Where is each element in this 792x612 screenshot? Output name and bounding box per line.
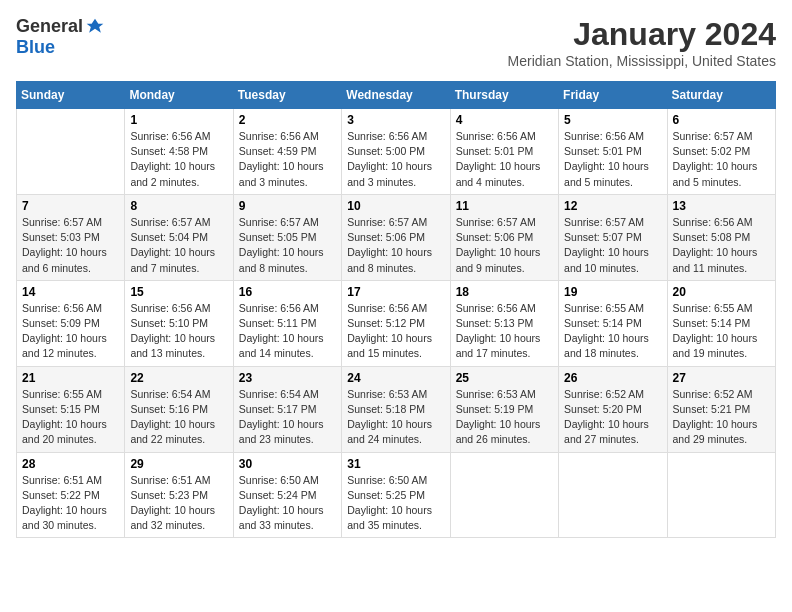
logo: General Blue <box>16 16 105 58</box>
calendar-cell: 21Sunrise: 6:55 AM Sunset: 5:15 PM Dayli… <box>17 366 125 452</box>
day-info: Sunrise: 6:56 AM Sunset: 5:00 PM Dayligh… <box>347 129 444 190</box>
day-number: 6 <box>673 113 770 127</box>
day-number: 21 <box>22 371 119 385</box>
day-info: Sunrise: 6:51 AM Sunset: 5:23 PM Dayligh… <box>130 473 227 534</box>
calendar-cell: 19Sunrise: 6:55 AM Sunset: 5:14 PM Dayli… <box>559 280 667 366</box>
calendar-cell <box>559 452 667 538</box>
day-info: Sunrise: 6:57 AM Sunset: 5:04 PM Dayligh… <box>130 215 227 276</box>
calendar-cell: 7Sunrise: 6:57 AM Sunset: 5:03 PM Daylig… <box>17 194 125 280</box>
header: General Blue January 2024 Meridian Stati… <box>16 16 776 69</box>
day-info: Sunrise: 6:51 AM Sunset: 5:22 PM Dayligh… <box>22 473 119 534</box>
calendar-cell: 23Sunrise: 6:54 AM Sunset: 5:17 PM Dayli… <box>233 366 341 452</box>
day-info: Sunrise: 6:57 AM Sunset: 5:06 PM Dayligh… <box>347 215 444 276</box>
calendar-header-row: SundayMondayTuesdayWednesdayThursdayFrid… <box>17 82 776 109</box>
calendar-cell: 17Sunrise: 6:56 AM Sunset: 5:12 PM Dayli… <box>342 280 450 366</box>
day-number: 16 <box>239 285 336 299</box>
calendar-header-friday: Friday <box>559 82 667 109</box>
day-info: Sunrise: 6:52 AM Sunset: 5:21 PM Dayligh… <box>673 387 770 448</box>
day-info: Sunrise: 6:55 AM Sunset: 5:15 PM Dayligh… <box>22 387 119 448</box>
day-info: Sunrise: 6:57 AM Sunset: 5:02 PM Dayligh… <box>673 129 770 190</box>
day-number: 18 <box>456 285 553 299</box>
day-number: 8 <box>130 199 227 213</box>
day-number: 9 <box>239 199 336 213</box>
calendar-cell: 11Sunrise: 6:57 AM Sunset: 5:06 PM Dayli… <box>450 194 558 280</box>
calendar-week-1: 1Sunrise: 6:56 AM Sunset: 4:58 PM Daylig… <box>17 109 776 195</box>
calendar-header-thursday: Thursday <box>450 82 558 109</box>
calendar-week-5: 28Sunrise: 6:51 AM Sunset: 5:22 PM Dayli… <box>17 452 776 538</box>
day-number: 19 <box>564 285 661 299</box>
calendar-cell: 28Sunrise: 6:51 AM Sunset: 5:22 PM Dayli… <box>17 452 125 538</box>
logo-general-text: General <box>16 16 83 37</box>
calendar-cell: 6Sunrise: 6:57 AM Sunset: 5:02 PM Daylig… <box>667 109 775 195</box>
calendar-cell: 1Sunrise: 6:56 AM Sunset: 4:58 PM Daylig… <box>125 109 233 195</box>
day-number: 17 <box>347 285 444 299</box>
calendar-week-3: 14Sunrise: 6:56 AM Sunset: 5:09 PM Dayli… <box>17 280 776 366</box>
day-number: 31 <box>347 457 444 471</box>
day-number: 10 <box>347 199 444 213</box>
day-info: Sunrise: 6:56 AM Sunset: 4:58 PM Dayligh… <box>130 129 227 190</box>
day-number: 24 <box>347 371 444 385</box>
calendar-cell: 9Sunrise: 6:57 AM Sunset: 5:05 PM Daylig… <box>233 194 341 280</box>
day-info: Sunrise: 6:56 AM Sunset: 4:59 PM Dayligh… <box>239 129 336 190</box>
calendar-cell: 15Sunrise: 6:56 AM Sunset: 5:10 PM Dayli… <box>125 280 233 366</box>
day-info: Sunrise: 6:50 AM Sunset: 5:25 PM Dayligh… <box>347 473 444 534</box>
day-info: Sunrise: 6:57 AM Sunset: 5:05 PM Dayligh… <box>239 215 336 276</box>
day-info: Sunrise: 6:56 AM Sunset: 5:01 PM Dayligh… <box>456 129 553 190</box>
calendar-week-2: 7Sunrise: 6:57 AM Sunset: 5:03 PM Daylig… <box>17 194 776 280</box>
calendar-cell: 22Sunrise: 6:54 AM Sunset: 5:16 PM Dayli… <box>125 366 233 452</box>
title-area: January 2024 Meridian Station, Mississip… <box>508 16 776 69</box>
day-info: Sunrise: 6:50 AM Sunset: 5:24 PM Dayligh… <box>239 473 336 534</box>
calendar-cell: 10Sunrise: 6:57 AM Sunset: 5:06 PM Dayli… <box>342 194 450 280</box>
subtitle: Meridian Station, Mississippi, United St… <box>508 53 776 69</box>
day-info: Sunrise: 6:56 AM Sunset: 5:12 PM Dayligh… <box>347 301 444 362</box>
day-info: Sunrise: 6:55 AM Sunset: 5:14 PM Dayligh… <box>564 301 661 362</box>
calendar-cell: 20Sunrise: 6:55 AM Sunset: 5:14 PM Dayli… <box>667 280 775 366</box>
day-info: Sunrise: 6:56 AM Sunset: 5:11 PM Dayligh… <box>239 301 336 362</box>
calendar-cell: 16Sunrise: 6:56 AM Sunset: 5:11 PM Dayli… <box>233 280 341 366</box>
day-info: Sunrise: 6:54 AM Sunset: 5:16 PM Dayligh… <box>130 387 227 448</box>
calendar-cell: 13Sunrise: 6:56 AM Sunset: 5:08 PM Dayli… <box>667 194 775 280</box>
calendar-cell: 12Sunrise: 6:57 AM Sunset: 5:07 PM Dayli… <box>559 194 667 280</box>
day-info: Sunrise: 6:56 AM Sunset: 5:10 PM Dayligh… <box>130 301 227 362</box>
calendar-cell: 29Sunrise: 6:51 AM Sunset: 5:23 PM Dayli… <box>125 452 233 538</box>
logo-blue-text: Blue <box>16 37 55 57</box>
calendar-cell: 2Sunrise: 6:56 AM Sunset: 4:59 PM Daylig… <box>233 109 341 195</box>
logo-icon <box>85 17 105 37</box>
day-number: 11 <box>456 199 553 213</box>
day-info: Sunrise: 6:56 AM Sunset: 5:08 PM Dayligh… <box>673 215 770 276</box>
day-number: 15 <box>130 285 227 299</box>
day-info: Sunrise: 6:53 AM Sunset: 5:18 PM Dayligh… <box>347 387 444 448</box>
day-number: 3 <box>347 113 444 127</box>
calendar-cell <box>667 452 775 538</box>
day-info: Sunrise: 6:54 AM Sunset: 5:17 PM Dayligh… <box>239 387 336 448</box>
calendar-cell: 3Sunrise: 6:56 AM Sunset: 5:00 PM Daylig… <box>342 109 450 195</box>
calendar-header-wednesday: Wednesday <box>342 82 450 109</box>
day-number: 2 <box>239 113 336 127</box>
day-number: 4 <box>456 113 553 127</box>
calendar-header-monday: Monday <box>125 82 233 109</box>
day-number: 20 <box>673 285 770 299</box>
calendar-cell <box>17 109 125 195</box>
day-number: 7 <box>22 199 119 213</box>
day-info: Sunrise: 6:57 AM Sunset: 5:06 PM Dayligh… <box>456 215 553 276</box>
calendar-cell: 31Sunrise: 6:50 AM Sunset: 5:25 PM Dayli… <box>342 452 450 538</box>
day-number: 23 <box>239 371 336 385</box>
calendar-cell: 27Sunrise: 6:52 AM Sunset: 5:21 PM Dayli… <box>667 366 775 452</box>
calendar-cell: 24Sunrise: 6:53 AM Sunset: 5:18 PM Dayli… <box>342 366 450 452</box>
day-number: 12 <box>564 199 661 213</box>
calendar-week-4: 21Sunrise: 6:55 AM Sunset: 5:15 PM Dayli… <box>17 366 776 452</box>
day-number: 5 <box>564 113 661 127</box>
day-number: 29 <box>130 457 227 471</box>
day-number: 22 <box>130 371 227 385</box>
calendar-body: 1Sunrise: 6:56 AM Sunset: 4:58 PM Daylig… <box>17 109 776 538</box>
calendar-header-saturday: Saturday <box>667 82 775 109</box>
day-info: Sunrise: 6:56 AM Sunset: 5:13 PM Dayligh… <box>456 301 553 362</box>
day-info: Sunrise: 6:55 AM Sunset: 5:14 PM Dayligh… <box>673 301 770 362</box>
calendar-header-tuesday: Tuesday <box>233 82 341 109</box>
day-info: Sunrise: 6:57 AM Sunset: 5:07 PM Dayligh… <box>564 215 661 276</box>
calendar-cell: 25Sunrise: 6:53 AM Sunset: 5:19 PM Dayli… <box>450 366 558 452</box>
day-info: Sunrise: 6:56 AM Sunset: 5:09 PM Dayligh… <box>22 301 119 362</box>
calendar-cell: 4Sunrise: 6:56 AM Sunset: 5:01 PM Daylig… <box>450 109 558 195</box>
day-number: 13 <box>673 199 770 213</box>
day-number: 28 <box>22 457 119 471</box>
